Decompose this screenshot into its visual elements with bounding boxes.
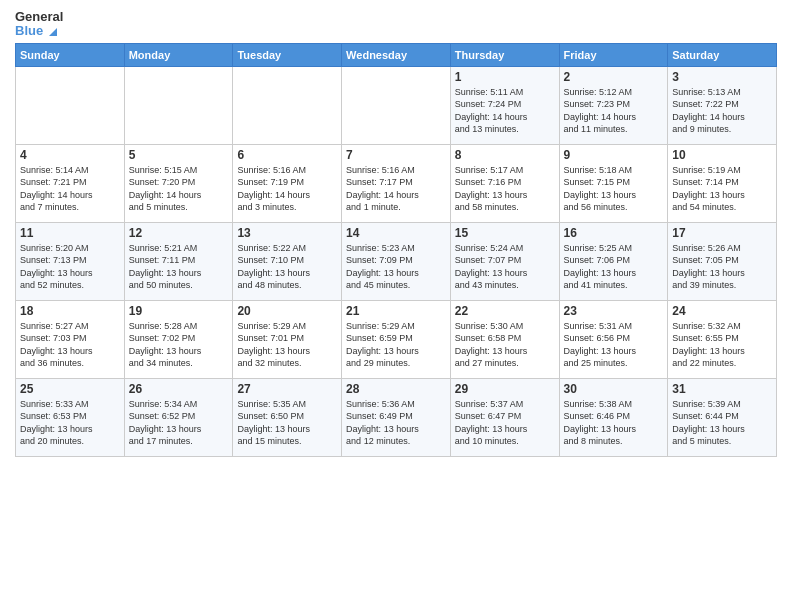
day-header-sunday: Sunday xyxy=(16,43,125,66)
day-info: Sunrise: 5:30 AM Sunset: 6:58 PM Dayligh… xyxy=(455,320,555,370)
day-info: Sunrise: 5:26 AM Sunset: 7:05 PM Dayligh… xyxy=(672,242,772,292)
day-info: Sunrise: 5:36 AM Sunset: 6:49 PM Dayligh… xyxy=(346,398,446,448)
day-info: Sunrise: 5:14 AM Sunset: 7:21 PM Dayligh… xyxy=(20,164,120,214)
day-number: 31 xyxy=(672,382,772,396)
calendar-container: General Blue SundayMondayTuesdayWednesda… xyxy=(0,0,792,467)
header: General Blue xyxy=(15,10,777,39)
day-info: Sunrise: 5:27 AM Sunset: 7:03 PM Dayligh… xyxy=(20,320,120,370)
day-number: 12 xyxy=(129,226,229,240)
day-number: 11 xyxy=(20,226,120,240)
calendar-cell: 22Sunrise: 5:30 AM Sunset: 6:58 PM Dayli… xyxy=(450,300,559,378)
calendar-cell: 27Sunrise: 5:35 AM Sunset: 6:50 PM Dayli… xyxy=(233,378,342,456)
day-number: 18 xyxy=(20,304,120,318)
calendar-cell: 14Sunrise: 5:23 AM Sunset: 7:09 PM Dayli… xyxy=(342,222,451,300)
day-number: 21 xyxy=(346,304,446,318)
day-info: Sunrise: 5:29 AM Sunset: 6:59 PM Dayligh… xyxy=(346,320,446,370)
logo-line2: Blue xyxy=(15,24,63,38)
day-header-thursday: Thursday xyxy=(450,43,559,66)
calendar-cell: 8Sunrise: 5:17 AM Sunset: 7:16 PM Daylig… xyxy=(450,144,559,222)
calendar-cell: 10Sunrise: 5:19 AM Sunset: 7:14 PM Dayli… xyxy=(668,144,777,222)
calendar-cell xyxy=(233,66,342,144)
day-info: Sunrise: 5:28 AM Sunset: 7:02 PM Dayligh… xyxy=(129,320,229,370)
day-info: Sunrise: 5:37 AM Sunset: 6:47 PM Dayligh… xyxy=(455,398,555,448)
calendar-cell: 29Sunrise: 5:37 AM Sunset: 6:47 PM Dayli… xyxy=(450,378,559,456)
calendar-cell: 11Sunrise: 5:20 AM Sunset: 7:13 PM Dayli… xyxy=(16,222,125,300)
day-number: 4 xyxy=(20,148,120,162)
day-number: 19 xyxy=(129,304,229,318)
day-headers-row: SundayMondayTuesdayWednesdayThursdayFrid… xyxy=(16,43,777,66)
calendar-cell: 4Sunrise: 5:14 AM Sunset: 7:21 PM Daylig… xyxy=(16,144,125,222)
calendar-cell xyxy=(342,66,451,144)
day-info: Sunrise: 5:16 AM Sunset: 7:19 PM Dayligh… xyxy=(237,164,337,214)
day-info: Sunrise: 5:25 AM Sunset: 7:06 PM Dayligh… xyxy=(564,242,664,292)
day-number: 1 xyxy=(455,70,555,84)
day-info: Sunrise: 5:11 AM Sunset: 7:24 PM Dayligh… xyxy=(455,86,555,136)
calendar-cell: 15Sunrise: 5:24 AM Sunset: 7:07 PM Dayli… xyxy=(450,222,559,300)
day-info: Sunrise: 5:12 AM Sunset: 7:23 PM Dayligh… xyxy=(564,86,664,136)
calendar-cell: 9Sunrise: 5:18 AM Sunset: 7:15 PM Daylig… xyxy=(559,144,668,222)
day-header-saturday: Saturday xyxy=(668,43,777,66)
day-number: 22 xyxy=(455,304,555,318)
day-number: 13 xyxy=(237,226,337,240)
day-info: Sunrise: 5:32 AM Sunset: 6:55 PM Dayligh… xyxy=(672,320,772,370)
day-number: 6 xyxy=(237,148,337,162)
day-number: 23 xyxy=(564,304,664,318)
day-header-friday: Friday xyxy=(559,43,668,66)
day-number: 5 xyxy=(129,148,229,162)
logo: General Blue xyxy=(15,10,63,39)
day-info: Sunrise: 5:19 AM Sunset: 7:14 PM Dayligh… xyxy=(672,164,772,214)
day-info: Sunrise: 5:31 AM Sunset: 6:56 PM Dayligh… xyxy=(564,320,664,370)
calendar-cell: 7Sunrise: 5:16 AM Sunset: 7:17 PM Daylig… xyxy=(342,144,451,222)
day-info: Sunrise: 5:15 AM Sunset: 7:20 PM Dayligh… xyxy=(129,164,229,214)
calendar-cell: 21Sunrise: 5:29 AM Sunset: 6:59 PM Dayli… xyxy=(342,300,451,378)
day-info: Sunrise: 5:39 AM Sunset: 6:44 PM Dayligh… xyxy=(672,398,772,448)
day-info: Sunrise: 5:16 AM Sunset: 7:17 PM Dayligh… xyxy=(346,164,446,214)
day-number: 7 xyxy=(346,148,446,162)
calendar-cell: 5Sunrise: 5:15 AM Sunset: 7:20 PM Daylig… xyxy=(124,144,233,222)
day-info: Sunrise: 5:13 AM Sunset: 7:22 PM Dayligh… xyxy=(672,86,772,136)
day-number: 3 xyxy=(672,70,772,84)
day-info: Sunrise: 5:34 AM Sunset: 6:52 PM Dayligh… xyxy=(129,398,229,448)
calendar-cell: 19Sunrise: 5:28 AM Sunset: 7:02 PM Dayli… xyxy=(124,300,233,378)
day-number: 8 xyxy=(455,148,555,162)
day-info: Sunrise: 5:22 AM Sunset: 7:10 PM Dayligh… xyxy=(237,242,337,292)
day-number: 9 xyxy=(564,148,664,162)
week-row-1: 1Sunrise: 5:11 AM Sunset: 7:24 PM Daylig… xyxy=(16,66,777,144)
day-number: 29 xyxy=(455,382,555,396)
day-number: 16 xyxy=(564,226,664,240)
calendar-cell xyxy=(124,66,233,144)
calendar-cell: 1Sunrise: 5:11 AM Sunset: 7:24 PM Daylig… xyxy=(450,66,559,144)
day-number: 20 xyxy=(237,304,337,318)
calendar-cell: 18Sunrise: 5:27 AM Sunset: 7:03 PM Dayli… xyxy=(16,300,125,378)
day-number: 30 xyxy=(564,382,664,396)
day-header-monday: Monday xyxy=(124,43,233,66)
day-number: 25 xyxy=(20,382,120,396)
calendar-cell: 2Sunrise: 5:12 AM Sunset: 7:23 PM Daylig… xyxy=(559,66,668,144)
day-header-wednesday: Wednesday xyxy=(342,43,451,66)
day-number: 14 xyxy=(346,226,446,240)
calendar-cell: 24Sunrise: 5:32 AM Sunset: 6:55 PM Dayli… xyxy=(668,300,777,378)
calendar-cell: 16Sunrise: 5:25 AM Sunset: 7:06 PM Dayli… xyxy=(559,222,668,300)
calendar-cell: 20Sunrise: 5:29 AM Sunset: 7:01 PM Dayli… xyxy=(233,300,342,378)
day-info: Sunrise: 5:23 AM Sunset: 7:09 PM Dayligh… xyxy=(346,242,446,292)
day-number: 24 xyxy=(672,304,772,318)
day-info: Sunrise: 5:29 AM Sunset: 7:01 PM Dayligh… xyxy=(237,320,337,370)
day-info: Sunrise: 5:38 AM Sunset: 6:46 PM Dayligh… xyxy=(564,398,664,448)
day-info: Sunrise: 5:21 AM Sunset: 7:11 PM Dayligh… xyxy=(129,242,229,292)
calendar-cell: 23Sunrise: 5:31 AM Sunset: 6:56 PM Dayli… xyxy=(559,300,668,378)
calendar-cell: 30Sunrise: 5:38 AM Sunset: 6:46 PM Dayli… xyxy=(559,378,668,456)
day-header-tuesday: Tuesday xyxy=(233,43,342,66)
day-number: 2 xyxy=(564,70,664,84)
week-row-4: 18Sunrise: 5:27 AM Sunset: 7:03 PM Dayli… xyxy=(16,300,777,378)
day-info: Sunrise: 5:35 AM Sunset: 6:50 PM Dayligh… xyxy=(237,398,337,448)
day-info: Sunrise: 5:33 AM Sunset: 6:53 PM Dayligh… xyxy=(20,398,120,448)
calendar-cell: 28Sunrise: 5:36 AM Sunset: 6:49 PM Dayli… xyxy=(342,378,451,456)
logo-line1: General xyxy=(15,10,63,24)
calendar-cell: 6Sunrise: 5:16 AM Sunset: 7:19 PM Daylig… xyxy=(233,144,342,222)
week-row-3: 11Sunrise: 5:20 AM Sunset: 7:13 PM Dayli… xyxy=(16,222,777,300)
calendar-cell: 3Sunrise: 5:13 AM Sunset: 7:22 PM Daylig… xyxy=(668,66,777,144)
day-info: Sunrise: 5:17 AM Sunset: 7:16 PM Dayligh… xyxy=(455,164,555,214)
day-number: 17 xyxy=(672,226,772,240)
calendar-cell: 17Sunrise: 5:26 AM Sunset: 7:05 PM Dayli… xyxy=(668,222,777,300)
day-number: 26 xyxy=(129,382,229,396)
